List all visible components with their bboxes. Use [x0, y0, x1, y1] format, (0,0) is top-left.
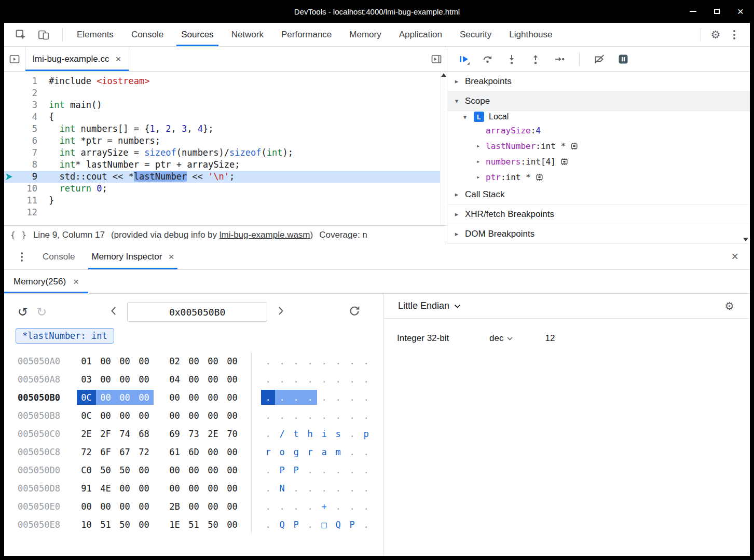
memory-ascii-char[interactable]: .: [289, 408, 303, 423]
memory-ascii-char[interactable]: .: [303, 499, 317, 514]
memory-byte[interactable]: 00: [184, 353, 203, 368]
memory-byte[interactable]: 00: [165, 481, 184, 496]
memory-byte[interactable]: 00: [184, 481, 203, 496]
memory-byte[interactable]: 00: [223, 372, 242, 387]
memory-ascii-char[interactable]: .: [261, 426, 275, 441]
memory-byte[interactable]: 00: [165, 462, 184, 477]
memory-ascii-char[interactable]: .: [359, 353, 373, 368]
history-forward-icon[interactable]: ↻: [36, 306, 47, 318]
memory-byte[interactable]: 00: [96, 353, 115, 368]
memory-ascii-char[interactable]: .: [345, 372, 359, 387]
section-breakpoints[interactable]: ▸ Breakpoints: [447, 72, 750, 91]
history-back-icon[interactable]: ↺: [18, 306, 28, 318]
memory-ascii-char[interactable]: .: [261, 517, 275, 532]
memory-byte[interactable]: 02: [165, 353, 184, 368]
memory-byte[interactable]: 00: [223, 481, 242, 496]
code-line-9[interactable]: 9 std::cout << *lastNumber << '\n';: [4, 171, 447, 183]
memory-ascii-char[interactable]: .: [359, 462, 373, 477]
memory-byte[interactable]: 00: [223, 517, 242, 532]
memory-ascii-char[interactable]: P: [289, 462, 303, 477]
code-line-11[interactable]: 11}: [4, 195, 447, 207]
code-line-5[interactable]: 5 int numbers[] = {1, 2, 3, 4};: [4, 123, 447, 135]
memory-byte[interactable]: 04: [165, 372, 184, 387]
memory-byte[interactable]: 51: [184, 517, 203, 532]
tab-lighthouse[interactable]: Lighthouse: [500, 23, 561, 46]
step-out-button[interactable]: [526, 50, 545, 68]
memory-ascii-char[interactable]: .: [345, 390, 359, 405]
memory-byte[interactable]: 00: [115, 408, 134, 423]
memory-byte[interactable]: 00: [96, 390, 115, 405]
memory-byte[interactable]: 03: [77, 372, 96, 387]
value-settings-gear-icon[interactable]: ⚙: [724, 300, 734, 312]
memory-ascii-char[interactable]: r: [261, 444, 275, 459]
expand-caret-icon[interactable]: ▸: [476, 173, 486, 181]
scope-variable-lastNumber[interactable]: ▸lastNumber: int *: [447, 138, 750, 154]
memory-byte[interactable]: 67: [115, 444, 134, 459]
memory-byte[interactable]: 00: [223, 353, 242, 368]
memory-ascii-char[interactable]: .: [275, 408, 289, 423]
code-line-1[interactable]: 1#include <iostream>: [4, 75, 447, 87]
memory-byte[interactable]: 91: [77, 481, 96, 496]
expand-caret-icon[interactable]: ▸: [476, 158, 486, 165]
memory-ascii-char[interactable]: g: [289, 444, 303, 459]
scroll-down-arrow-icon[interactable]: [743, 238, 748, 241]
memory-ascii-char[interactable]: .: [261, 499, 275, 514]
memory-byte[interactable]: 00: [165, 390, 184, 405]
line-number[interactable]: 5: [4, 123, 45, 135]
memory-byte[interactable]: 00: [223, 499, 242, 514]
memory-ascii-char[interactable]: s: [331, 426, 345, 441]
memory-byte[interactable]: 00: [134, 353, 154, 368]
code-editor[interactable]: 1#include <iostream>23int main()4{5 int …: [4, 72, 447, 225]
drawer-tab-close-icon[interactable]: ×: [168, 252, 174, 262]
refresh-icon[interactable]: [348, 304, 361, 320]
section-scope[interactable]: ▾ Scope: [447, 91, 750, 111]
memory-ascii-char[interactable]: Q: [275, 517, 289, 532]
deactivate-breakpoints-button[interactable]: [590, 50, 609, 68]
memory-ascii-char[interactable]: m: [331, 444, 345, 459]
memory-byte[interactable]: 00: [203, 481, 223, 496]
memory-byte[interactable]: 00: [223, 408, 242, 423]
memory-ascii-char[interactable]: N: [275, 481, 289, 496]
file-tab-close-icon[interactable]: ×: [115, 54, 121, 64]
memory-ascii-char[interactable]: .: [275, 499, 289, 514]
minimize-icon[interactable]: [689, 7, 697, 16]
memory-ascii-char[interactable]: .: [261, 462, 275, 477]
scope-variable-ptr[interactable]: ▸ptr: int *: [447, 169, 750, 185]
memory-ascii-char[interactable]: i: [317, 426, 331, 441]
memory-byte[interactable]: 1E: [165, 517, 184, 532]
memory-byte[interactable]: 50: [115, 517, 134, 532]
memory-byte[interactable]: 00: [96, 408, 115, 423]
memory-ascii-char[interactable]: P: [289, 517, 303, 532]
memory-ascii-char[interactable]: t: [289, 426, 303, 441]
memory-byte[interactable]: 4E: [96, 481, 115, 496]
step-over-button[interactable]: [478, 50, 497, 68]
memory-ascii-char[interactable]: .: [331, 499, 345, 514]
code-line-2[interactable]: 2: [4, 87, 447, 99]
memory-ascii-char[interactable]: .: [317, 390, 331, 405]
memory-byte[interactable]: 00: [203, 390, 223, 405]
line-number[interactable]: 6: [4, 135, 45, 147]
line-number[interactable]: 4: [4, 111, 45, 123]
memory-ascii-char[interactable]: a: [317, 444, 331, 459]
memory-byte[interactable]: 00: [184, 462, 203, 477]
pretty-print-icon[interactable]: { }: [10, 230, 27, 240]
memory-ascii-char[interactable]: .: [303, 481, 317, 496]
tab-network[interactable]: Network: [223, 23, 272, 46]
memory-byte[interactable]: 00: [115, 481, 134, 496]
memory-ascii-char[interactable]: .: [289, 353, 303, 368]
tab-application[interactable]: Application: [390, 23, 451, 46]
memory-byte[interactable]: 2B: [165, 499, 184, 514]
step-button[interactable]: [550, 50, 569, 68]
memory-ascii-char[interactable]: h: [303, 426, 317, 441]
memory-ascii-char[interactable]: .: [359, 517, 373, 532]
memory-ascii-char[interactable]: .: [303, 408, 317, 423]
memory-ascii-char[interactable]: .: [345, 426, 359, 441]
memory-byte[interactable]: 00: [115, 390, 134, 405]
tab-sources[interactable]: Sources: [172, 23, 222, 46]
memory-byte[interactable]: 0C: [77, 408, 96, 423]
value-format-dropdown[interactable]: dec: [489, 333, 513, 344]
memory-ascii-char[interactable]: .: [303, 353, 317, 368]
show-navigator-icon[interactable]: [5, 50, 24, 68]
memory-ascii-char[interactable]: .: [345, 499, 359, 514]
previous-page-icon[interactable]: [108, 305, 120, 319]
